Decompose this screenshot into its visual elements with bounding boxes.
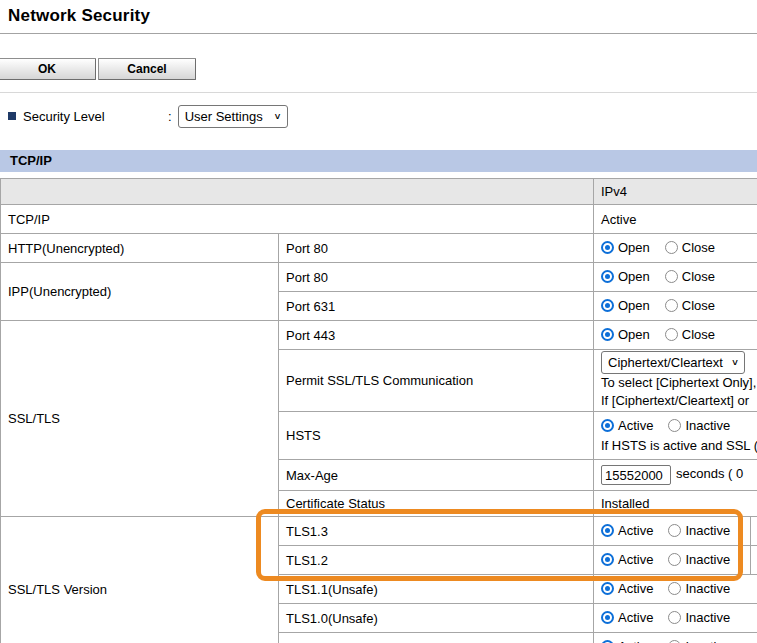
radio-label[interactable]: Inactive	[685, 552, 730, 567]
value-cell: Active	[594, 205, 757, 234]
value-cell: IPv4	[594, 179, 757, 205]
radio-close[interactable]	[665, 328, 678, 341]
table-row: IPP(Unencrypted)Port 80OpenClose	[1, 263, 757, 292]
value-cell: ActiveInactive	[594, 517, 751, 546]
radio-open[interactable]	[601, 270, 614, 283]
permit-ssl-tls-value: Ciphertext/Cleartext	[608, 353, 723, 372]
max-age-input[interactable]	[601, 465, 671, 485]
table-cell-empty	[751, 546, 757, 575]
radio-inactive[interactable]	[668, 611, 681, 624]
radio-open[interactable]	[601, 328, 614, 341]
permit-ssl-tls-select[interactable]: Ciphertext/Cleartext∨	[601, 351, 745, 374]
value-text: Active	[601, 212, 636, 227]
row-sublabel-cell: TLS1.3	[279, 517, 594, 546]
radio-label[interactable]: Close	[682, 269, 715, 284]
radio-label[interactable]: Close	[682, 240, 715, 255]
security-level-separator: :	[168, 109, 172, 124]
chevron-down-icon: ∨	[731, 355, 739, 370]
row-sublabel-cell: Max-Age	[279, 460, 594, 491]
radio-label[interactable]: Open	[618, 269, 650, 284]
radio-group: ActiveInactive	[601, 552, 741, 567]
row-sublabel-cell: HSTS	[279, 412, 594, 460]
radio-active[interactable]	[601, 419, 614, 432]
row-label-cell: HTTP(Unencrypted)	[1, 234, 279, 263]
radio-group: ActiveInactive	[601, 581, 741, 596]
radio-label[interactable]: Open	[618, 327, 650, 342]
radio-inactive[interactable]	[668, 640, 681, 643]
section-header-tcpip: TCP/IP	[0, 150, 757, 172]
radio-active[interactable]	[601, 640, 614, 643]
radio-label[interactable]: Active	[618, 581, 653, 596]
value-cell: OpenClose	[594, 263, 757, 292]
row-sublabel-cell: Certificate Status	[279, 491, 594, 517]
value-cell: ActiveInactive	[594, 633, 757, 643]
radio-label[interactable]: Open	[618, 240, 650, 255]
radio-active[interactable]	[601, 611, 614, 624]
row-label-cell	[1, 179, 594, 205]
security-level-select[interactable]: User Settings ∨	[178, 105, 288, 128]
radio-inactive[interactable]	[668, 553, 681, 566]
radio-label[interactable]: Active	[618, 610, 653, 625]
radio-label[interactable]: Inactive	[685, 639, 730, 643]
radio-open[interactable]	[601, 299, 614, 312]
help-text: If [Ciphertext/Cleartext] or	[601, 392, 757, 410]
page-title: Network Security	[8, 6, 150, 26]
security-level-label: Security Level	[23, 109, 168, 124]
radio-inactive[interactable]	[668, 419, 681, 432]
row-sublabel-cell: Port 80	[279, 263, 594, 292]
row-sublabel-cell: Port 631	[279, 292, 594, 321]
radio-group: ActiveInactive	[601, 416, 741, 435]
radio-label[interactable]: Active	[618, 416, 653, 435]
radio-label[interactable]: Close	[682, 327, 715, 342]
radio-close[interactable]	[665, 299, 678, 312]
value-cell: ActiveInactive	[594, 575, 757, 604]
network-security-page: Network Security OK Cancel Security Leve…	[0, 0, 757, 643]
row-label-cell: SSL/TLS Version	[1, 517, 279, 643]
radio-group: OpenClose	[601, 298, 726, 313]
help-text: To select [Ciphertext Only],	[601, 374, 757, 392]
table-row: SSL/TLS VersionTLS1.3ActiveInactive	[1, 517, 757, 546]
value-cell: ActiveInactiveIf HSTS is active and SSL …	[594, 412, 757, 460]
radio-label[interactable]: Inactive	[685, 581, 730, 596]
radio-label[interactable]: Active	[618, 639, 653, 643]
value-cell: OpenClose	[594, 234, 757, 263]
square-bullet-icon	[8, 112, 16, 120]
radio-open[interactable]	[601, 241, 614, 254]
row-sublabel-cell: TLS1.1(Unsafe)	[279, 575, 594, 604]
table-row: SSL/TLSPort 443OpenClose	[1, 321, 757, 350]
value-cell: OpenClose	[594, 292, 757, 321]
radio-label[interactable]: Active	[618, 552, 653, 567]
radio-close[interactable]	[665, 241, 678, 254]
radio-label[interactable]: Inactive	[685, 416, 730, 435]
row-sublabel-cell: Port 443	[279, 321, 594, 350]
row-sublabel-cell: TLS1.0(Unsafe)	[279, 604, 594, 633]
radio-close[interactable]	[665, 270, 678, 283]
radio-group: ActiveInactive	[601, 639, 741, 643]
radio-active[interactable]	[601, 524, 614, 537]
cancel-button[interactable]: Cancel	[98, 58, 196, 80]
radio-label[interactable]: Inactive	[685, 523, 730, 538]
ok-button[interactable]: OK	[0, 58, 96, 80]
radio-active[interactable]	[601, 553, 614, 566]
radio-inactive[interactable]	[668, 582, 681, 595]
radio-active[interactable]	[601, 582, 614, 595]
row-sublabel-cell: SSL3.0(Unsafe)	[279, 633, 594, 643]
radio-label[interactable]: Open	[618, 298, 650, 313]
value-cell: ActiveInactive	[594, 604, 757, 633]
radio-label[interactable]: Inactive	[685, 610, 730, 625]
row-label-cell: IPP(Unencrypted)	[1, 263, 279, 321]
radio-group: ActiveInactive	[601, 523, 741, 538]
settings-table: IPv4TCP/IPActiveHTTP(Unencrypted)Port 80…	[0, 178, 757, 643]
radio-label[interactable]: Active	[618, 523, 653, 538]
value-text: Installed	[601, 496, 649, 511]
table-cell-empty	[751, 517, 757, 546]
value-cell: Installed	[594, 491, 757, 517]
radio-label[interactable]: Close	[682, 298, 715, 313]
value-cell: OpenClose	[594, 321, 757, 350]
select-line: Ciphertext/Cleartext∨	[601, 351, 757, 374]
help-text: If HSTS is active and SSL (p	[601, 437, 757, 455]
table-row: TCP/IPActive	[1, 205, 757, 234]
row-label-cell: TCP/IP	[1, 205, 594, 234]
radio-inactive[interactable]	[668, 524, 681, 537]
value-cell: seconds ( 0	[594, 460, 757, 491]
